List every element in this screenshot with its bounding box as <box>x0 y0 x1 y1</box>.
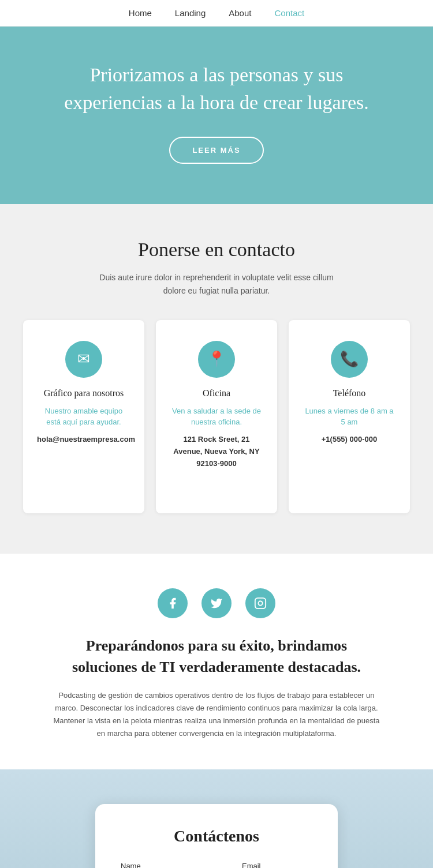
contact-cards: ✉ Gráfico para nosotros Nuestro amable e… <box>23 320 410 513</box>
nav-contact[interactable]: Contact <box>274 8 304 18</box>
social-description: Podcasting de gestión de cambios operati… <box>49 689 384 740</box>
location-icon: 📍 <box>198 341 235 378</box>
hero-section: Priorizamos a las personas y sus experie… <box>0 27 433 204</box>
nav-landing[interactable]: Landing <box>175 8 206 18</box>
card-email-teal-text: Nuestro amable equipo está aquí para ayu… <box>37 405 130 428</box>
card-office-address: 121 Rock Sreet, 21 Avenue, Nueva York, N… <box>170 434 263 469</box>
card-email-title: Gráfico para nosotros <box>37 388 130 399</box>
form-name-email-row: Name Email <box>121 862 312 868</box>
form-email-label: Email <box>242 862 354 868</box>
contact-info-section: Ponerse en contacto Duis aute irure dolo… <box>0 204 433 554</box>
city-form-section: Contáctenos Name Email Message Gallery <box>0 769 433 868</box>
form-email-group: Email <box>242 862 354 868</box>
card-office: 📍 Oficina Ven a saludar a la sede de nue… <box>156 320 277 513</box>
form-heading: Contáctenos <box>121 827 312 846</box>
hero-read-more-button[interactable]: LEER MÁS <box>169 137 263 164</box>
hero-title: Priorizamos a las personas y sus experie… <box>46 61 387 116</box>
card-email-address: hola@nuestraempresa.com <box>37 434 130 446</box>
navigation: Home Landing About Contact <box>0 0 433 27</box>
card-phone-number: +1(555) 000-000 <box>303 434 396 446</box>
card-office-title: Oficina <box>170 388 263 399</box>
nav-home[interactable]: Home <box>129 8 152 18</box>
social-heading: Preparándonos para su éxito, brindamos s… <box>72 636 361 678</box>
form-name-group: Name <box>121 862 233 868</box>
card-office-teal-text: Ven a saludar a la sede de nuestra ofici… <box>170 405 263 428</box>
email-icon: ✉ <box>65 341 102 378</box>
nav-about[interactable]: About <box>229 8 251 18</box>
contact-form-card: Contáctenos Name Email Message Gallery <box>95 804 338 868</box>
card-email: ✉ Gráfico para nosotros Nuestro amable e… <box>23 320 144 513</box>
social-icons-row <box>46 588 387 618</box>
svg-rect-0 <box>255 598 266 608</box>
card-phone-title: Teléfono <box>303 388 396 399</box>
contact-heading: Ponerse en contacto <box>23 239 410 261</box>
facebook-icon[interactable] <box>158 588 188 618</box>
contact-description: Duis aute irure dolor in reprehenderit i… <box>95 271 338 297</box>
form-name-label: Name <box>121 862 233 868</box>
phone-icon: 📞 <box>331 341 368 378</box>
card-phone-teal-text: Lunes a viernes de 8 am a 5 am <box>303 405 396 428</box>
card-phone: 📞 Teléfono Lunes a viernes de 8 am a 5 a… <box>289 320 410 513</box>
twitter-icon[interactable] <box>201 588 232 618</box>
instagram-icon[interactable] <box>245 588 275 618</box>
social-section: Preparándonos para su éxito, brindamos s… <box>0 554 433 769</box>
